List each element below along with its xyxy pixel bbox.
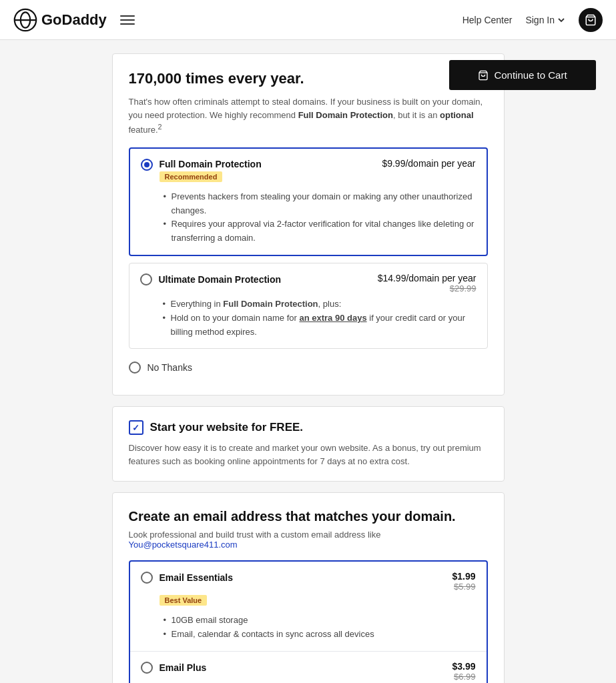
header-right: Help Center Sign In — [463, 8, 603, 32]
start-website-section: Start your website for FREE. Discover ho… — [112, 406, 505, 482]
email-plus-name: Email Plus — [160, 662, 207, 673]
ultimate-domain-option-header: Ultimate Domain Protection $14.99/domain… — [140, 273, 477, 293]
domain-desc-optional: optional — [440, 110, 474, 120]
email-plus-header: Email Plus $3.99 $6.99 — [141, 661, 476, 682]
ultimate-domain-radio[interactable] — [140, 273, 152, 285]
logo-label: GoDaddy — [41, 11, 107, 29]
email-section-title: Create an email address that matches you… — [129, 509, 488, 524]
bullet-item: 10GB email storage — [162, 614, 476, 628]
full-domain-name: Full Domain Protection — [160, 159, 262, 169]
ultimate-domain-bullets: Everything in Full Domain Protection, pl… — [159, 297, 477, 339]
email-plus-price-strike: $6.99 — [452, 672, 475, 682]
bullet-item: Hold on to your domain name for an extra… — [162, 311, 477, 339]
email-essentials-details: Best Value 10GB email storage Email, cal… — [141, 594, 476, 642]
email-plus-radio[interactable] — [141, 662, 153, 674]
ultimate-domain-name: Ultimate Domain Protection — [159, 274, 282, 285]
email-essentials-radio[interactable] — [141, 572, 153, 584]
best-value-badge: Best Value — [160, 595, 208, 606]
ultimate-domain-left: Ultimate Domain Protection — [140, 273, 282, 285]
checkmark-icon — [129, 420, 143, 435]
email-plus-left: Email Plus — [141, 661, 207, 674]
full-domain-option-header: Full Domain Protection $9.99/domain per … — [141, 158, 476, 171]
email-example-link[interactable]: You@pocketsquare411.com — [129, 540, 238, 550]
email-plus-option[interactable]: Email Plus $3.99 $6.99 50GB email storag… — [130, 652, 487, 683]
footnote-ref: 2 — [158, 123, 162, 131]
full-domain-details: Recommended Prevents hackers from steali… — [141, 171, 476, 245]
start-website-title: Start your website for FREE. — [150, 421, 304, 434]
domain-headline: 170,000 times every year. — [129, 70, 488, 87]
site-header: GoDaddy Help Center Sign In — [0, 0, 616, 40]
email-essentials-price: $1.99 — [452, 571, 475, 582]
header-left: GoDaddy — [13, 8, 137, 32]
cart-button[interactable] — [579, 8, 603, 32]
ultimate-domain-price-strike: $29.99 — [378, 283, 477, 293]
bullet-item: Requires your approval via 2-factor veri… — [162, 217, 476, 245]
domain-desc-bold: Full Domain Protection — [298, 110, 393, 120]
sign-in-label: Sign In — [525, 15, 555, 25]
inline-underline-bold: an extra 90 days — [299, 313, 366, 323]
recommended-badge: Recommended — [160, 171, 223, 182]
bullet-item: Email, calendar & contacts in sync acros… — [162, 628, 476, 642]
ultimate-domain-price: $14.99/domain per year — [378, 273, 477, 283]
sign-in-button[interactable]: Sign In — [525, 15, 565, 25]
email-essentials-bullets: 10GB email storage Email, calendar & con… — [160, 614, 476, 642]
ultimate-domain-option[interactable]: Ultimate Domain Protection $14.99/domain… — [129, 263, 488, 349]
email-essentials-name: Email Essentials — [160, 572, 234, 583]
ultimate-domain-details: Everything in Full Domain Protection, pl… — [140, 297, 477, 339]
full-domain-price: $9.99/domain per year — [382, 158, 475, 169]
no-thanks-option[interactable]: No Thanks — [129, 356, 488, 379]
email-essentials-left: Email Essentials — [141, 571, 234, 584]
full-domain-radio[interactable] — [141, 159, 153, 171]
continue-cart-label: Continue to Cart — [494, 69, 567, 81]
ultimate-domain-price-col: $14.99/domain per year $29.99 — [378, 273, 477, 293]
email-essentials-price-col: $1.99 $5.99 — [452, 571, 475, 592]
email-essentials-option[interactable]: Email Essentials $1.99 $5.99 Best Value … — [130, 562, 487, 652]
full-domain-left: Full Domain Protection — [141, 158, 262, 171]
cart-icon-btn — [478, 70, 489, 81]
email-options-wrapper: Email Essentials $1.99 $5.99 Best Value … — [129, 560, 488, 683]
email-essentials-price-strike: $5.99 — [452, 582, 475, 592]
bullet-item: Everything in Full Domain Protection, pl… — [162, 297, 477, 311]
email-section: Create an email address that matches you… — [112, 492, 505, 683]
godaddy-logo[interactable]: GoDaddy — [13, 8, 107, 32]
continue-to-cart-button[interactable]: Continue to Cart — [449, 60, 596, 90]
hamburger-menu[interactable] — [117, 13, 137, 27]
no-thanks-label: No Thanks — [147, 362, 192, 373]
start-website-desc: Discover how easy it is to create and ma… — [129, 442, 488, 468]
domain-protection-section: 170,000 times every year. That's how oft… — [112, 53, 505, 396]
email-plus-price-col: $3.99 $6.99 — [452, 661, 475, 682]
bullet-item: Prevents hackers from stealing your doma… — [162, 190, 476, 218]
chevron-down-icon — [557, 16, 565, 24]
email-desc-prefix: Look professional and build trust with a… — [129, 530, 381, 540]
email-plus-price: $3.99 — [452, 661, 475, 672]
email-essentials-header: Email Essentials $1.99 $5.99 — [141, 571, 476, 592]
cart-icon — [585, 14, 597, 26]
email-section-desc: Look professional and build trust with a… — [129, 530, 488, 550]
start-website-header: Start your website for FREE. — [129, 420, 488, 435]
full-domain-bullets: Prevents hackers from stealing your doma… — [160, 190, 476, 245]
inline-bold: Full Domain Protection — [223, 299, 318, 309]
full-domain-option[interactable]: Full Domain Protection $9.99/domain per … — [129, 147, 488, 256]
no-thanks-radio[interactable] — [129, 362, 141, 374]
help-center-link[interactable]: Help Center — [463, 15, 513, 25]
main-content: 170,000 times every year. That's how oft… — [101, 40, 515, 683]
domain-description: That's how often criminals attempt to st… — [129, 95, 488, 137]
